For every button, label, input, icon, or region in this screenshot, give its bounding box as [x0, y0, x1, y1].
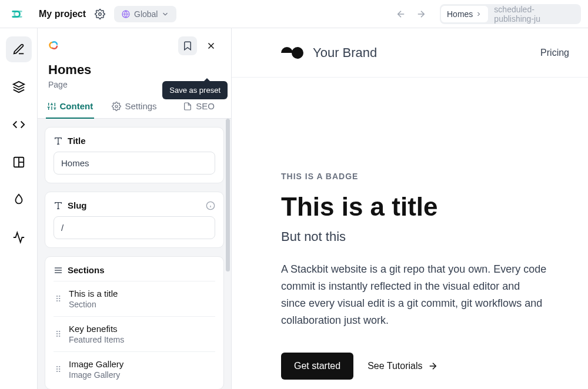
drag-handle-icon[interactable]: ⠿ — [55, 294, 63, 304]
field-title-input[interactable] — [54, 152, 215, 175]
hero-paragraph: A Stackbit website is a git repo that yo… — [281, 261, 547, 328]
sidebar-button-paint[interactable] — [6, 187, 32, 213]
field-sections-card: Sections ⠿ This is a title Section ⠿ Key… — [45, 256, 224, 389]
section-item[interactable]: ⠿ Image Gallery Image Gallery — [54, 351, 215, 387]
field-slug-card: Slug — [45, 192, 224, 248]
info-icon — [206, 201, 215, 210]
scrollbar[interactable] — [226, 119, 230, 271]
nav-back-forward — [392, 5, 430, 24]
nav-forward-button[interactable] — [412, 5, 430, 24]
note-icon — [183, 102, 192, 111]
section-item-type: Image Gallery — [69, 370, 123, 380]
app-logo — [8, 5, 26, 23]
nav-back-button[interactable] — [392, 5, 410, 24]
tab-settings[interactable]: Settings — [102, 94, 167, 118]
svg-point-0 — [99, 12, 102, 15]
section-item-title: Key benefits — [69, 324, 124, 334]
field-slug-info-button[interactable] — [206, 201, 215, 210]
type-icon — [54, 136, 63, 146]
drag-handle-icon[interactable]: ⠿ — [55, 365, 63, 374]
save-as-preset-button[interactable] — [178, 36, 197, 55]
section-item-type: Featured Items — [69, 335, 124, 344]
svg-marker-4 — [13, 82, 24, 87]
drag-handle-icon[interactable]: ⠿ — [55, 330, 63, 339]
sidebar-button-code[interactable] — [6, 112, 32, 138]
gear-icon — [112, 102, 121, 111]
cta-secondary-label: See Tutorials — [368, 361, 422, 371]
cta-secondary-link[interactable]: See Tutorials — [368, 361, 437, 371]
close-icon — [206, 41, 216, 51]
site-header: Your Brand Pricing — [232, 28, 588, 78]
section-item-title: This is a title — [69, 289, 118, 299]
arrow-right-icon — [427, 361, 438, 371]
chevron-down-icon — [161, 10, 169, 18]
topbar: My project Global Homes — [0, 0, 588, 28]
tab-content-label: Content — [60, 101, 93, 111]
icon-sidebar — [0, 28, 38, 389]
cta-primary-button[interactable]: Get started — [281, 353, 353, 380]
svg-point-19 — [115, 105, 118, 108]
bookmark-icon — [182, 41, 193, 51]
tab-content[interactable]: Content — [38, 94, 102, 118]
panel-title: Homes — [48, 62, 220, 78]
tab-seo[interactable]: SEO — [166, 94, 231, 118]
chevron-right-icon — [475, 11, 482, 18]
type-icon — [54, 201, 63, 210]
sidebar-button-layout[interactable] — [6, 149, 32, 175]
sliders-icon — [47, 102, 56, 111]
tab-settings-label: Settings — [125, 101, 156, 111]
svg-point-30 — [292, 47, 303, 59]
section-item[interactable]: ⠿ This is a title Section — [54, 281, 215, 316]
nav-pricing-link[interactable]: Pricing — [540, 48, 574, 58]
breadcrumb-truncated-label: scheduled-publishing-ju — [494, 5, 574, 24]
field-title-label: Title — [68, 136, 86, 146]
brand-name: Your Brand — [313, 45, 377, 61]
field-title-card: Title — [45, 127, 224, 183]
locale-picker[interactable]: Global — [114, 6, 176, 22]
field-slug-label: Slug — [68, 200, 87, 210]
content-source-icon — [48, 39, 61, 52]
section-item-type: Section — [69, 300, 118, 309]
sidebar-button-edit[interactable] — [6, 36, 32, 62]
sidebar-button-activity[interactable] — [6, 224, 32, 250]
hero-badge: THIS IS A BADGE — [281, 172, 547, 181]
sidebar-button-layers[interactable] — [6, 74, 32, 100]
tab-body: Title Slug Sections — [38, 119, 231, 389]
hero-section: THIS IS A BADGE This is a title But not … — [232, 78, 561, 389]
section-item-title: Image Gallery — [69, 359, 123, 369]
hero-title: This is a title — [281, 193, 547, 221]
breadcrumb-item-truncated[interactable]: scheduled-publishing-ju — [488, 4, 580, 24]
breadcrumb: Homes scheduled-publishing-ju — [440, 4, 581, 24]
section-item[interactable]: ⠿ Key benefits Featured Items — [54, 316, 215, 351]
breadcrumb-item-active[interactable]: Homes — [441, 6, 488, 22]
field-sections-label: Sections — [68, 265, 105, 275]
preview-pane: Your Brand Pricing THIS IS A BADGE This … — [232, 28, 588, 389]
tab-seo-label: SEO — [196, 101, 215, 111]
hero-subtitle: But not this — [281, 229, 547, 244]
locale-label: Global — [134, 9, 158, 19]
list-icon — [54, 266, 63, 275]
field-slug-input[interactable] — [54, 216, 215, 239]
content-panel: Homes Page Save as preset Content Settin… — [38, 28, 232, 389]
project-name[interactable]: My project — [39, 9, 86, 19]
close-panel-button[interactable] — [202, 36, 220, 55]
panel-tabs: Content Settings SEO — [38, 94, 231, 119]
breadcrumb-active-label: Homes — [447, 9, 473, 19]
globe-icon — [121, 9, 131, 19]
brand-logo-icon — [281, 46, 305, 59]
project-settings-button[interactable] — [92, 6, 108, 22]
